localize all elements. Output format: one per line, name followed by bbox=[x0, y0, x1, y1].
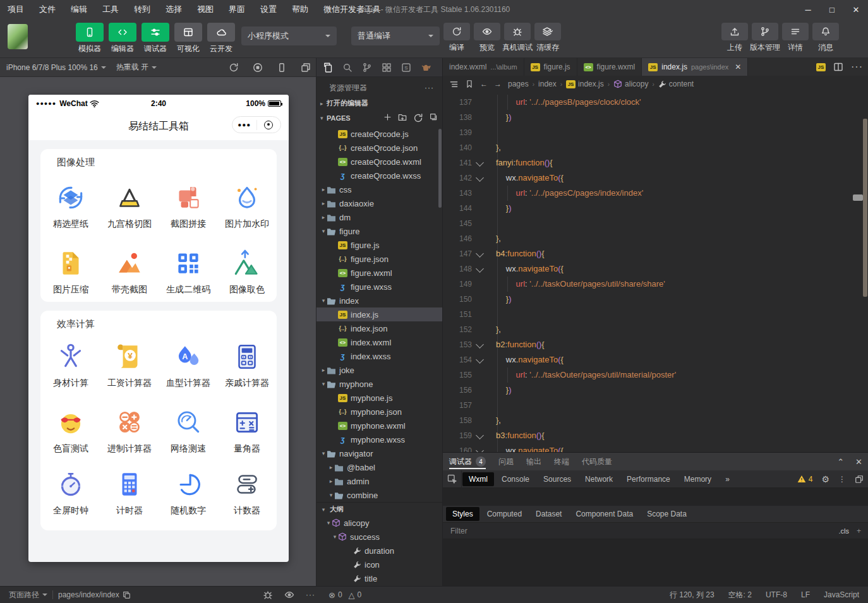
app-图片压缩[interactable]: 图片压缩 bbox=[42, 248, 100, 296]
cursor-position[interactable]: 行 120, 列 23 bbox=[670, 590, 714, 600]
code-line-152[interactable]: 152}, bbox=[443, 322, 868, 337]
tab-more-icon[interactable]: ··· bbox=[851, 61, 863, 73]
split-editor-icon[interactable] bbox=[833, 62, 843, 72]
refresh-explorer-icon[interactable] bbox=[413, 113, 423, 123]
menu-文件[interactable]: 文件 bbox=[32, 0, 63, 19]
app-工资计算器[interactable]: ¥工资计算器 bbox=[100, 341, 159, 389]
code-line-144[interactable]: 144}) bbox=[443, 201, 868, 216]
app-图片加水印[interactable]: 图片加水印 bbox=[218, 182, 276, 230]
language-mode[interactable]: JavaScript bbox=[824, 590, 859, 599]
hot-reload-toggle[interactable]: 热重载 开 bbox=[110, 62, 160, 73]
app-血型计算器[interactable]: A血型计算器 bbox=[159, 341, 217, 389]
devtools-tab-»[interactable]: » bbox=[719, 472, 736, 486]
close-button[interactable]: ✕ bbox=[844, 0, 868, 19]
app-截图拼接[interactable]: 截图拼接 bbox=[159, 182, 217, 230]
code-line-154[interactable]: 154wx.navigateTo({ bbox=[443, 352, 868, 367]
avatar[interactable] bbox=[8, 24, 28, 49]
app-亲戚计算器[interactable]: 亲戚计算器 bbox=[218, 341, 276, 389]
app-计时器[interactable]: 计时器 bbox=[100, 469, 159, 516]
code-line-145[interactable]: 145 bbox=[443, 216, 868, 231]
tree-scrollbar[interactable] bbox=[438, 129, 442, 208]
menu-设置[interactable]: 设置 bbox=[253, 0, 284, 19]
breadcrumb-index[interactable]: index bbox=[538, 80, 557, 88]
panel-close-icon[interactable]: ✕ bbox=[855, 457, 862, 467]
cls-toggle[interactable]: .cls bbox=[838, 527, 849, 535]
tree-item-figure.wxml[interactable]: <>figure.wxml bbox=[316, 266, 443, 280]
toolbar-button-消息[interactable]: 消息 bbox=[811, 23, 840, 53]
tree-item-dm[interactable]: ▸dm bbox=[316, 210, 443, 224]
menu-转到[interactable]: 转到 bbox=[126, 0, 158, 19]
splitter-grip[interactable] bbox=[853, 194, 863, 201]
tree-item-index.wxml[interactable]: <>index.wxml bbox=[316, 335, 443, 349]
files-icon[interactable] bbox=[322, 61, 334, 75]
debugger-tab-问题[interactable]: 问题 bbox=[492, 453, 520, 470]
code-line-157[interactable]: 157 bbox=[443, 398, 868, 413]
styles-tab-Computed[interactable]: Computed bbox=[481, 507, 528, 521]
tree-item-figure.js[interactable]: JSfigure.js bbox=[316, 238, 443, 252]
indent-setting[interactable]: 空格: 2 bbox=[728, 590, 752, 600]
statusbar-more-icon[interactable]: ··· bbox=[306, 590, 315, 599]
teapot-icon[interactable] bbox=[419, 61, 432, 75]
app-计数器[interactable]: 计数器 bbox=[218, 469, 276, 516]
devtools-tab-Performance[interactable]: Performance bbox=[620, 472, 677, 486]
fold-icon[interactable] bbox=[476, 249, 484, 258]
code-area[interactable]: 137url: '../../pagesB/pages/clock/clock'… bbox=[443, 92, 868, 510]
code-line-146[interactable]: 146}, bbox=[443, 231, 868, 246]
code-line-139[interactable]: 139 bbox=[443, 125, 868, 140]
debugger-tab-调试器[interactable]: 调试器4 bbox=[443, 453, 492, 470]
devtools-settings-icon[interactable]: ⚙ bbox=[821, 474, 829, 484]
multi-window-icon[interactable] bbox=[301, 63, 311, 73]
editor-tab-index.wxml[interactable]: index.wxml...\album bbox=[443, 58, 524, 76]
problems-indicator[interactable]: ⊗0 △0 bbox=[323, 590, 366, 600]
debugger-tab-终端[interactable]: 终端 bbox=[548, 453, 576, 470]
mode-button-云开发[interactable]: 云开发 bbox=[206, 23, 236, 54]
toolbar-button-上传[interactable]: 上传 bbox=[720, 23, 749, 53]
tree-item-myphone.js[interactable]: JSmyphone.js bbox=[316, 391, 443, 405]
toolbar-button-详情[interactable]: 详情 bbox=[781, 23, 810, 53]
menu-界面[interactable]: 界面 bbox=[221, 0, 253, 19]
devtools-tab-Sources[interactable]: Sources bbox=[537, 472, 577, 486]
app-生成二维码[interactable]: 生成二维码 bbox=[159, 248, 217, 296]
open-editors-section[interactable]: ▸打开的编辑器 bbox=[316, 96, 443, 110]
app-全屏时钟[interactable]: 全屏时钟 bbox=[42, 469, 100, 516]
toolbar-button-真机调试[interactable]: 真机调试 bbox=[503, 23, 532, 53]
menu-工具[interactable]: 工具 bbox=[95, 0, 126, 19]
eol[interactable]: LF bbox=[801, 590, 810, 599]
code-line-159[interactable]: 159b3:function(){ bbox=[443, 428, 868, 443]
close-tab-icon[interactable]: ✕ bbox=[735, 63, 741, 71]
breadcrumb-alicopy[interactable]: alicopy bbox=[613, 80, 648, 88]
tree-item-index.wxss[interactable]: ʒindex.wxss bbox=[316, 349, 443, 363]
forward-icon[interactable]: → bbox=[494, 80, 502, 88]
popout-icon[interactable] bbox=[855, 475, 864, 484]
styles-tab-Dataset[interactable]: Dataset bbox=[529, 507, 568, 521]
code-line-142[interactable]: 142wx.navigateTo({ bbox=[443, 170, 868, 186]
menu-项目[interactable]: 项目 bbox=[0, 0, 32, 19]
mode-button-模拟器[interactable]: 模拟器 bbox=[75, 23, 105, 54]
code-line-137[interactable]: 137url: '../../pagesB/pages/clock/clock' bbox=[443, 95, 868, 110]
code-line-148[interactable]: 148wx.navigateTo({ bbox=[443, 261, 868, 277]
toolbar-button-清缓存[interactable]: 清缓存 bbox=[533, 23, 562, 53]
tree-item-admin[interactable]: ▸admin bbox=[316, 474, 443, 488]
toolbar-button-版本管理[interactable]: 版本管理 bbox=[750, 23, 780, 53]
fold-icon[interactable] bbox=[476, 265, 484, 273]
menu-选择[interactable]: 选择 bbox=[158, 0, 190, 19]
app-九宫格切图[interactable]: 九宫格切图 bbox=[100, 182, 159, 230]
new-folder-icon[interactable] bbox=[398, 113, 407, 123]
tree-item-combine[interactable]: ▾combine bbox=[316, 488, 443, 502]
inspect-element-icon[interactable] bbox=[443, 470, 462, 488]
tree-item-navigator[interactable]: ▾navigator bbox=[316, 446, 443, 460]
tree-item-myphone[interactable]: ▾myphone bbox=[316, 377, 443, 391]
tree-item-myphone.wxss[interactable]: ʒmyphone.wxss bbox=[316, 433, 443, 446]
tree-item-createQrcode.js[interactable]: JScreateQrcode.js bbox=[316, 127, 443, 141]
fold-icon[interactable] bbox=[476, 431, 484, 439]
editor-tab-index.js[interactable]: JSindex.jspages\index✕ bbox=[642, 58, 748, 76]
fold-icon[interactable] bbox=[476, 340, 484, 349]
menu-视图[interactable]: 视图 bbox=[190, 0, 221, 19]
tree-item-figure[interactable]: ▾figure bbox=[316, 224, 443, 238]
tree-item-index.json[interactable]: {..}index.json bbox=[316, 321, 443, 335]
explorer-more-button[interactable]: ··· bbox=[425, 83, 434, 92]
page-path-select[interactable]: 页面路径 bbox=[0, 590, 52, 600]
tree-item-figure.json[interactable]: {..}figure.json bbox=[316, 252, 443, 266]
breadcrumb-pages[interactable]: pages bbox=[508, 80, 529, 88]
code-line-156[interactable]: 156}) bbox=[443, 383, 868, 398]
